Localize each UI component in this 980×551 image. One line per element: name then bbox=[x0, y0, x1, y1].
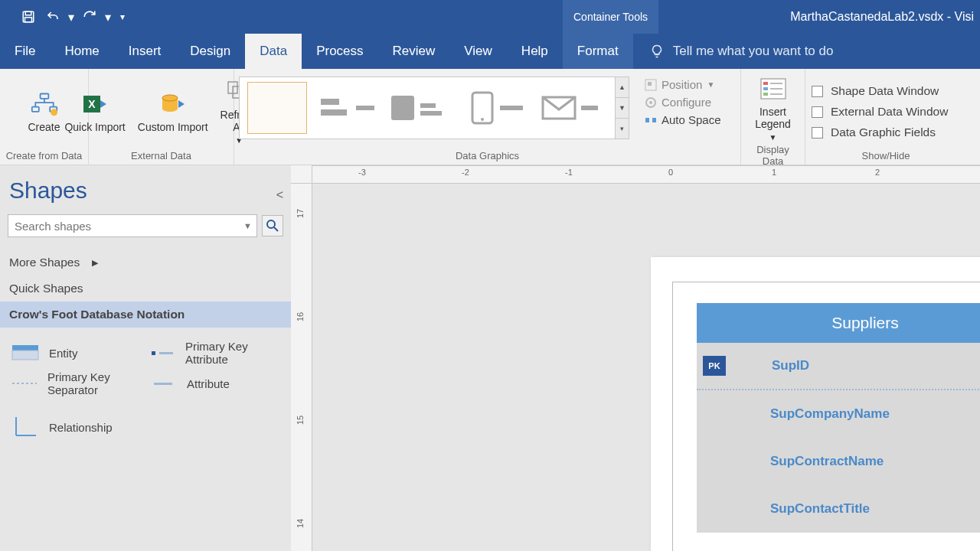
collapse-panel-icon[interactable]: < bbox=[276, 188, 283, 202]
gallery-item-phone[interactable] bbox=[469, 82, 531, 134]
save-icon[interactable] bbox=[17, 5, 40, 28]
svg-rect-15 bbox=[356, 106, 374, 110]
ribbon-tabs: File Home Insert Design Data Process Rev… bbox=[0, 34, 980, 69]
quick-access-toolbar: ▾ ▾ ▾ bbox=[0, 5, 130, 28]
tab-view[interactable]: View bbox=[449, 34, 507, 69]
lightbulb-icon bbox=[650, 44, 664, 58]
svg-rect-42 bbox=[159, 352, 173, 354]
create-icon bbox=[31, 90, 58, 118]
svg-line-38 bbox=[274, 227, 278, 231]
workspace: Shapes < Search shapes ▼ More Shapes▶ Qu… bbox=[0, 165, 980, 551]
ruler-horizontal: -3 -2 -1 0 1 2 bbox=[312, 165, 980, 184]
svg-point-20 bbox=[481, 118, 484, 121]
gallery-item-databar[interactable] bbox=[318, 82, 379, 134]
tab-insert[interactable]: Insert bbox=[114, 34, 176, 69]
tab-home[interactable]: Home bbox=[50, 34, 113, 69]
search-placeholder: Search shapes bbox=[15, 220, 91, 233]
arrange-options: Position ▼ Configure Auto Space bbox=[640, 75, 726, 129]
svg-rect-21 bbox=[500, 106, 523, 110]
shape-entity[interactable]: Entity bbox=[11, 340, 145, 366]
excel-icon: X bbox=[81, 90, 109, 118]
auto-space-button[interactable]: Auto Space bbox=[645, 113, 721, 126]
undo-icon[interactable] bbox=[41, 5, 64, 28]
search-dropdown-icon[interactable]: ▼ bbox=[243, 221, 252, 230]
redo-dropdown-icon[interactable]: ▾ bbox=[103, 5, 113, 28]
svg-rect-13 bbox=[321, 99, 339, 105]
svg-rect-40 bbox=[12, 350, 38, 360]
custom-import-button[interactable]: Custom Import bbox=[133, 89, 213, 135]
tell-me[interactable]: Tell me what you want to do bbox=[633, 34, 834, 69]
svg-rect-14 bbox=[321, 109, 347, 116]
database-icon bbox=[159, 90, 187, 118]
svg-rect-1 bbox=[25, 11, 31, 15]
group-data-graphics: Data Graphics bbox=[239, 150, 736, 163]
redo-icon[interactable] bbox=[78, 5, 101, 28]
svg-rect-29 bbox=[652, 118, 656, 122]
svg-text:X: X bbox=[88, 98, 96, 110]
gallery-item-icon[interactable] bbox=[390, 82, 459, 134]
tab-review[interactable]: Review bbox=[378, 34, 450, 69]
data-graphics-gallery[interactable]: ▲▼▾ bbox=[239, 77, 629, 139]
shape-relationship[interactable]: Relationship bbox=[0, 404, 291, 436]
entity-row[interactable]: SupContactTitle bbox=[697, 485, 980, 533]
shape-primary-key-attribute[interactable]: Primary Key Attribute bbox=[149, 340, 283, 366]
entity-row[interactable]: SupContractName bbox=[697, 438, 980, 485]
svg-rect-25 bbox=[648, 82, 652, 86]
ruler-vertical: 17 16 15 14 bbox=[291, 184, 312, 551]
create-button[interactable]: Create bbox=[23, 89, 64, 135]
canvas[interactable]: -3 -2 -1 0 1 2 17 16 15 14 Suppliers PK … bbox=[291, 165, 980, 551]
svg-rect-34 bbox=[770, 83, 782, 84]
stencil-crows-foot[interactable]: Crow's Foot Database Notation bbox=[0, 302, 291, 328]
svg-rect-3 bbox=[40, 93, 48, 98]
undo-dropdown-icon[interactable]: ▾ bbox=[66, 5, 77, 28]
group-external-data: External Data bbox=[93, 150, 229, 163]
svg-rect-36 bbox=[770, 93, 782, 95]
svg-rect-17 bbox=[420, 103, 436, 108]
gallery-item-none[interactable] bbox=[247, 82, 307, 134]
external-data-window-checkbox[interactable]: External Data Window bbox=[812, 105, 948, 119]
entity-row-pk[interactable]: PK SupID bbox=[697, 343, 980, 390]
entity-header[interactable]: Suppliers bbox=[697, 303, 980, 343]
shapes-panel: Shapes < Search shapes ▼ More Shapes▶ Qu… bbox=[0, 165, 291, 551]
gallery-scroll[interactable]: ▲▼▾ bbox=[615, 77, 629, 139]
shape-primary-key-separator[interactable]: Primary Key Separator bbox=[11, 370, 145, 396]
tab-design[interactable]: Design bbox=[175, 34, 245, 69]
quick-import-button[interactable]: X Quick Import bbox=[60, 89, 129, 135]
svg-rect-41 bbox=[152, 351, 155, 355]
quick-shapes-link[interactable]: Quick Shapes bbox=[0, 276, 291, 302]
tab-help[interactable]: Help bbox=[507, 34, 563, 69]
svg-rect-32 bbox=[763, 87, 768, 90]
tab-file[interactable]: File bbox=[0, 34, 50, 69]
svg-rect-28 bbox=[645, 118, 649, 122]
shape-data-window-checkbox[interactable]: Shape Data Window bbox=[812, 84, 948, 98]
qat-customize-icon[interactable]: ▾ bbox=[115, 5, 130, 28]
pk-badge: PK bbox=[703, 356, 726, 376]
document-title: MarthaCastanedaLab2.vsdx - Visi bbox=[790, 10, 974, 24]
entity-suppliers[interactable]: Suppliers PK SupID SupCompanyName SupCon… bbox=[697, 303, 980, 533]
svg-rect-18 bbox=[420, 111, 442, 116]
gallery-item-mail[interactable] bbox=[541, 82, 603, 134]
tab-process[interactable]: Process bbox=[302, 34, 377, 69]
svg-rect-31 bbox=[763, 82, 768, 85]
svg-rect-2 bbox=[25, 18, 32, 22]
position-button[interactable]: Position ▼ bbox=[645, 78, 721, 91]
shape-attribute[interactable]: Attribute bbox=[149, 370, 283, 396]
group-create-from-data: Create from Data bbox=[5, 150, 83, 163]
shapes-title: Shapes bbox=[0, 171, 291, 214]
search-shapes-input[interactable]: Search shapes ▼ bbox=[8, 214, 257, 237]
svg-rect-16 bbox=[391, 96, 414, 120]
search-button[interactable] bbox=[262, 215, 283, 236]
svg-rect-23 bbox=[581, 106, 598, 110]
configure-button[interactable]: Configure bbox=[645, 96, 721, 109]
tab-format[interactable]: Format bbox=[563, 34, 633, 69]
group-show-hide: Show/Hide bbox=[810, 150, 962, 163]
tab-data[interactable]: Data bbox=[245, 34, 302, 69]
entity-row[interactable]: SupCompanyName bbox=[697, 390, 980, 438]
svg-rect-39 bbox=[12, 345, 38, 350]
ruler-corner bbox=[291, 165, 312, 184]
insert-legend-button[interactable]: Insert Legend▼ bbox=[746, 73, 800, 144]
data-graphic-fields-checkbox[interactable]: Data Graphic Fields bbox=[812, 126, 948, 139]
svg-point-37 bbox=[267, 220, 275, 228]
more-shapes-link[interactable]: More Shapes▶ bbox=[0, 249, 291, 276]
svg-rect-44 bbox=[154, 383, 172, 385]
